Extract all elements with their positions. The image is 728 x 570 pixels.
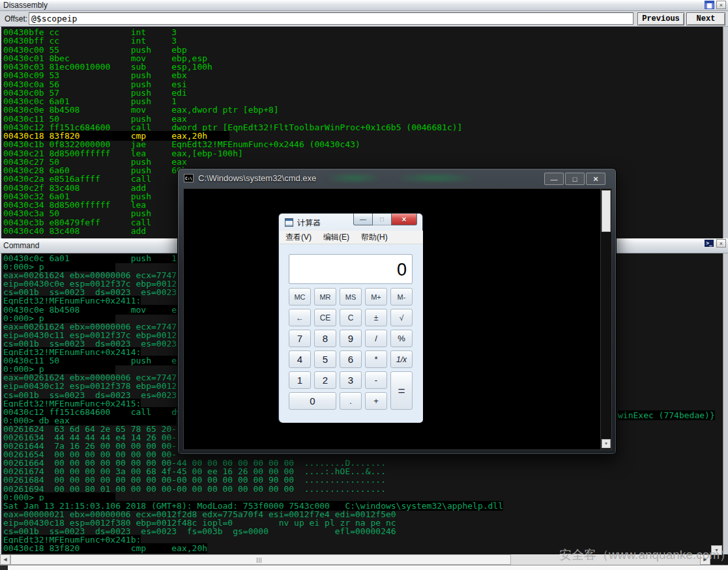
calc-button-dt[interactable]: .: [340, 392, 362, 410]
calc-button-sq[interactable]: √: [390, 309, 413, 326]
calc-button-n6[interactable]: 6: [340, 350, 362, 368]
disasm-line: 00430c01 8bec mov ebp,esp: [3, 54, 728, 63]
disasm-line: 00430c0a 56 push esi: [3, 80, 728, 89]
calc-button-pm[interactable]: ±: [365, 309, 387, 326]
maximize-button[interactable]: □: [565, 173, 585, 185]
disasm-line: 00430c21 8d8500ffffff lea eax,[ebp-100h]: [3, 149, 728, 158]
disasm-line: 00430c09 53 push ebx: [3, 71, 728, 79]
window-left-edge: [0, 11, 1, 570]
calc-button-ms[interactable]: MS: [340, 288, 362, 306]
console-scrollbar-thumb[interactable]: [602, 190, 611, 232]
close-button[interactable]: ×: [586, 173, 605, 185]
close-button[interactable]: ×: [391, 214, 417, 225]
calc-button-n8[interactable]: 8: [314, 330, 336, 347]
calc-button-n4[interactable]: 4: [289, 350, 311, 368]
disasm-line: 00430c03 81ec00010000 sub esp,100h: [3, 63, 728, 71]
horizontal-scrollbar-thumb[interactable]: [10, 554, 511, 565]
offset-label: Offset:: [5, 14, 27, 23]
calc-button-mr[interactable]: MR: [314, 288, 336, 306]
offset-input[interactable]: [29, 12, 633, 25]
calc-button-mp[interactable]: M+: [365, 288, 387, 306]
calc-button-n3[interactable]: 3: [340, 371, 362, 389]
offset-toolbar: Offset: Previous Next: [0, 11, 728, 27]
disasm-line: 00430c12 ff151c684600 call dword ptr [Eq…: [3, 123, 728, 132]
disasm-current-line: 00430c18 83f820 cmp eax,20h: [3, 132, 728, 140]
command-pane-title: Command: [3, 241, 39, 250]
previous-button[interactable]: Previous: [637, 12, 684, 25]
cmd-window-title: C:\Windows\system32\cmd.exe: [198, 173, 316, 183]
cmd-icon: C:\: [184, 174, 194, 182]
calc-button-n7[interactable]: 7: [289, 330, 311, 347]
calc-button-sb[interactable]: -: [365, 371, 387, 389]
calc-button-mm[interactable]: M-: [390, 288, 413, 306]
calculator-menubar: 查看(V)编辑(E)帮助(H): [280, 231, 423, 244]
console-vertical-scrollbar[interactable]: ▼: [600, 189, 611, 449]
disassembly-pane-title: Disassembly: [3, 1, 48, 10]
command-line: 00261694 00 00 80 01 00 00 00 00-00 00 0…: [3, 485, 728, 493]
calc-button-ml[interactable]: *: [365, 350, 387, 368]
calc-button-n0[interactable]: 0: [289, 392, 336, 410]
disasm-line: 00430c0b 57 push edi: [3, 89, 728, 97]
calc-button-eq[interactable]: =: [390, 371, 413, 410]
calc-button-n9[interactable]: 9: [340, 330, 362, 347]
calc-menu-item-2[interactable]: 帮助(H): [355, 232, 394, 243]
calc-button-n1[interactable]: 1: [289, 371, 311, 389]
calculator-display: 0: [289, 254, 413, 284]
calculator-body: 0 MCMRMSM+M-←CEC±√789/%456*1/x123-=0.+: [280, 244, 423, 423]
next-button[interactable]: Next: [686, 12, 725, 25]
maximize-button: □: [373, 214, 391, 225]
calc-button-n5[interactable]: 5: [314, 350, 336, 368]
disasm-line: 00430c0c 6a01 push 1: [3, 97, 728, 106]
calc-button-mc[interactable]: MC: [289, 288, 311, 306]
disasm-line: 00430c00 55 push ebp: [3, 46, 728, 54]
close-icon[interactable]: ×: [716, 239, 726, 248]
calculator-keypad: MCMRMSM+M-←CEC±√789/%456*1/x123-=0.+: [289, 288, 413, 410]
disasm-line: 00430c27 50 push eax: [3, 158, 728, 166]
minimize-button[interactable]: —: [544, 173, 564, 185]
disasm-line: 00430bfe cc int 3: [3, 28, 728, 36]
calc-button-ad[interactable]: +: [365, 392, 387, 410]
cmd-titlebar[interactable]: C:\ C:\Windows\system32\cmd.exe — □ ×: [178, 169, 616, 188]
minimize-button[interactable]: —: [353, 214, 373, 225]
scroll-left-icon[interactable]: ◀: [0, 554, 10, 565]
watermark: 安全客（www.anquanke.com）: [559, 547, 728, 563]
calc-button-pc[interactable]: %: [390, 330, 413, 347]
calc-button-iv[interactable]: 1/x: [390, 350, 413, 368]
calc-button-bk[interactable]: ←: [289, 309, 311, 326]
calculator-title: 计算器: [297, 218, 321, 229]
calc-button-dv[interactable]: /: [365, 330, 387, 347]
command-input-notch: [0, 565, 8, 570]
calc-button-ce[interactable]: CE: [314, 309, 336, 326]
command-input-strip[interactable]: [0, 565, 728, 570]
disasm-line: 00430c11 50 push eax: [3, 115, 728, 123]
disasm-line: 00430bff cc int 3: [3, 36, 728, 45]
disasm-line: 00430c0e 8b4508 mov eax,dword ptr [ebp+8…: [3, 106, 728, 114]
scrollbar-grip: [257, 558, 265, 563]
terminal-icon[interactable]: >_: [704, 239, 714, 248]
scroll-down-icon[interactable]: ▼: [602, 439, 611, 448]
vertical-scrollbar-track[interactable]: [723, 11, 728, 554]
command-line: 0:000> p: [3, 493, 728, 502]
dock-window-icon[interactable]: [705, 1, 714, 9]
calculator-icon: [285, 218, 293, 227]
command-line-winexec-tail: winExec (774bedae)}: [618, 410, 715, 420]
calc-button-cc[interactable]: C: [340, 309, 362, 326]
disasm-line: 00430c1b 0f8322000000 jae EqnEdt32!MFEnu…: [3, 140, 728, 149]
glass-reflection: [325, 174, 383, 182]
close-icon[interactable]: ×: [716, 1, 726, 9]
calc-menu-item-1[interactable]: 编辑(E): [317, 232, 355, 243]
glass-reflection: [393, 174, 478, 182]
disassembly-pane-header[interactable]: Disassembly ×: [0, 0, 728, 11]
calc-button-n2[interactable]: 2: [314, 371, 336, 389]
calculator-window[interactable]: 计算器 — □ × 查看(V)编辑(E)帮助(H) 0 MCMRMSM+M-←C…: [278, 213, 423, 423]
calc-menu-item-0[interactable]: 查看(V): [280, 232, 317, 243]
